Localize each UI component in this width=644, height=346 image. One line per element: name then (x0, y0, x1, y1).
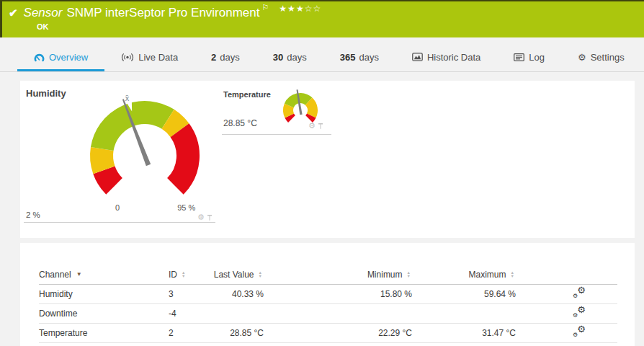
tab-label: days (359, 52, 378, 63)
tab-label: Log (529, 52, 545, 63)
channel-id: -4 (169, 303, 209, 323)
channel-maximum: 59.64 % (412, 284, 516, 303)
tab-live-data[interactable]: Live Data (104, 43, 194, 71)
tab-overview[interactable]: Overview (17, 43, 104, 71)
stars-filled: ★★★ (279, 4, 304, 14)
tab-historic-data[interactable]: Historic Data (395, 43, 497, 71)
channel-id: 2 (169, 323, 209, 342)
channel-minimum: 15.80 % (264, 284, 412, 303)
gauge-settings-icon[interactable]: ⚙ (308, 122, 316, 130)
column-label: Minimum (367, 270, 403, 280)
stars-empty: ☆☆ (305, 4, 322, 14)
sort-icon: ▲▼ (407, 271, 411, 278)
channel-minimum (264, 303, 412, 323)
sort-icon: ▲▼ (511, 271, 514, 278)
column-header-minimum[interactable]: Minimum▲▼ (264, 265, 412, 284)
column-header-maximum[interactable]: Maximum▲▼ (412, 265, 516, 284)
gauge-settings-icon[interactable]: ⚙ (197, 213, 205, 221)
tab-label: Overview (49, 52, 88, 63)
status-check-icon: ✔ (9, 6, 18, 19)
area-chart-icon (412, 53, 423, 61)
tab-number: 365 (340, 52, 356, 63)
tab-number: 30 (273, 52, 283, 63)
sort-desc-icon: ▼ (76, 271, 82, 278)
gauge-toolbar: ⚙ (308, 122, 323, 130)
column-label: Channel (39, 270, 71, 280)
tab-log[interactable]: Log (497, 43, 561, 71)
column-label: ID (169, 270, 177, 280)
tile-divider (222, 134, 331, 135)
channels-table: Channel▼ ID▲▼ Last Value▲▼ Minimum▲▼ Max… (39, 265, 617, 343)
channel-minimum: 22.29 °C (264, 323, 412, 342)
column-label: Maximum (469, 270, 506, 280)
pin-icon[interactable] (207, 214, 213, 221)
page-title: SNMP interSeptor Pro Environment (66, 6, 259, 20)
channel-last-value (209, 303, 264, 323)
sensor-header: ✔ Sensor SNMP interSeptor Pro Environmen… (0, 0, 644, 37)
channel-name: Humidity (39, 284, 169, 303)
priority-flag-icon[interactable]: ⚐ (261, 3, 269, 12)
channel-settings-gears-icon[interactable]: ⚙⚙ (573, 288, 586, 298)
humidity-gauge-title: Humidity (26, 88, 66, 99)
column-header-channel[interactable]: Channel▼ (39, 265, 169, 284)
channel-last-value: 28.85 °C (209, 323, 264, 342)
table-row-downtime: Downtime -4 ⚙⚙ (39, 303, 617, 323)
overview-gauges-panel: Humidity x̄095 % 2 % ⚙ Temperature 28.85… (20, 81, 635, 238)
pin-icon[interactable] (318, 123, 323, 130)
humidity-gauge: x̄095 % (72, 94, 231, 220)
tab-label: days (287, 52, 306, 63)
column-header-actions (516, 265, 617, 284)
temperature-last-value: 28.85 °C (223, 118, 257, 128)
status-badge: OK (37, 22, 49, 31)
channel-maximum: 31.47 °C (412, 323, 516, 342)
gauge-icon (34, 53, 45, 62)
channel-last-value: 40.33 % (209, 284, 264, 303)
temperature-gauge-title: Temperature (223, 90, 271, 99)
gauge-corner-label: 2 % (26, 210, 40, 219)
channel-settings-gears-icon[interactable]: ⚙⚙ (573, 307, 586, 318)
gear-icon: ⚙ (578, 53, 586, 62)
sensor-title-row: ✔ Sensor SNMP interSeptor Pro Environmen… (9, 4, 321, 20)
column-header-last-value[interactable]: Last Value▲▼ (209, 265, 264, 284)
channel-name: Downtime (39, 303, 169, 323)
channel-maximum (412, 303, 516, 323)
channel-settings-gears-icon[interactable]: ⚙⚙ (573, 327, 586, 337)
channel-id: 3 (169, 284, 209, 303)
gauge-toolbar: ⚙ (197, 213, 213, 221)
object-type-label: Sensor (24, 6, 63, 20)
svg-text:0: 0 (115, 203, 120, 212)
tab-settings[interactable]: ⚙ Settings (561, 43, 641, 71)
svg-text:x̄: x̄ (125, 94, 130, 102)
column-label: Last Value (214, 270, 254, 280)
tile-divider (24, 222, 215, 223)
column-header-id[interactable]: ID▲▼ (169, 265, 209, 284)
table-header-row: Channel▼ ID▲▼ Last Value▲▼ Minimum▲▼ Max… (39, 265, 617, 284)
live-broadcast-icon (121, 53, 134, 62)
tab-365-days[interactable]: 365 days (323, 43, 395, 71)
svg-text:95 %: 95 % (177, 203, 195, 212)
tab-label: days (220, 52, 239, 63)
table-row-temperature: Temperature 2 28.85 °C 22.29 °C 31.47 °C… (39, 323, 617, 342)
tab-30-days[interactable]: 30 days (256, 43, 323, 71)
sort-icon: ▲▼ (182, 271, 185, 278)
tab-label: Settings (591, 52, 625, 63)
tab-label: Live Data (138, 52, 178, 63)
channel-name: Temperature (39, 323, 169, 342)
priority-stars[interactable]: ★★★☆☆ (279, 4, 321, 14)
tab-number: 2 (211, 52, 216, 63)
table-row-humidity: Humidity 3 40.33 % 15.80 % 59.64 % ⚙⚙ (39, 284, 617, 303)
window-chrome-edge (0, 0, 644, 1)
sort-icon: ▲▼ (259, 271, 262, 278)
log-list-icon (514, 53, 524, 61)
tab-2-days[interactable]: 2 days (194, 43, 256, 71)
tab-bar: Overview Live Data 2 days 30 days 365 da… (0, 37, 644, 72)
tab-label: Historic Data (427, 52, 480, 63)
channels-panel: Channel▼ ID▲▼ Last Value▲▼ Minimum▲▼ Max… (20, 243, 635, 346)
